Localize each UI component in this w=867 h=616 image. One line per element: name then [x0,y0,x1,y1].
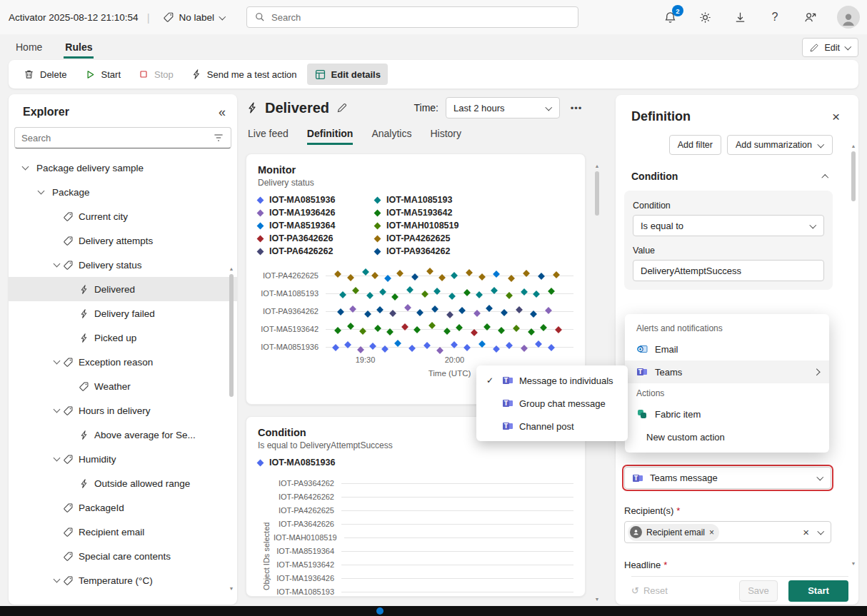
tree-item[interactable]: Delivered [9,277,237,301]
context-menu-item[interactable]: TChannel post [476,415,628,438]
recipients-combobox[interactable]: Recipient email × × [624,521,831,543]
tab-rules[interactable]: Rules [64,37,94,59]
legend-marker-icon [374,248,381,255]
close-icon[interactable]: × [832,110,840,123]
value-input[interactable]: DeliveryAttemptSuccess [633,260,824,281]
notifications-button[interactable]: 2 [662,9,678,25]
action-type-select[interactable]: T Teams message [624,467,831,489]
chevron-down-icon[interactable] [818,529,824,535]
context-menu-item[interactable]: TGroup chat message [476,392,628,415]
context-menu-item[interactable]: ✓TMessage to individuals [476,369,628,392]
edit-details-button[interactable]: Edit details [307,64,388,85]
tree-item[interactable]: PackageId [9,495,237,520]
data-point-icon [376,306,384,313]
filter-icon[interactable] [213,132,224,143]
chevron-down-icon [817,475,823,481]
edit-mode-button[interactable]: Edit [802,38,858,57]
add-filter-label: Add filter [678,140,713,150]
tab-live-feed[interactable]: Live feed [248,128,289,145]
tree-item[interactable]: Package delivery sample [9,156,237,180]
scrollbar-thumb[interactable] [595,171,599,216]
condition-section-header[interactable]: Condition [616,155,858,182]
chevron-down-icon[interactable] [51,453,63,465]
chevron-down-icon[interactable] [36,186,47,198]
account-avatar[interactable] [837,6,860,29]
tree-item[interactable]: Hours in delivery [9,398,237,423]
test-action-button[interactable]: Send me a test action [184,64,304,85]
sensitivity-label-button[interactable]: No label [159,9,231,26]
reset-label: Reset [643,585,668,596]
explorer-scrollbar[interactable]: ▲ ▼ [228,266,235,592]
add-filter-button[interactable]: Add filter [669,135,721,155]
tree-item[interactable]: Outside allowed range [9,471,237,495]
stop-button[interactable]: Stop [131,64,181,85]
tree-item[interactable]: Temperature (°C) [9,568,237,592]
tree-item[interactable]: Package [9,180,237,204]
chevron-down-icon[interactable] [51,356,63,368]
add-summarization-button[interactable]: Add summarization [727,135,833,155]
clear-icon[interactable]: × [803,527,809,537]
tree-item[interactable]: Delivery attempts [9,228,237,253]
tree-item[interactable]: Current city [9,204,237,228]
tree-item[interactable]: Humidity [9,447,237,471]
menu-item-fabric[interactable]: Fabric item [625,403,829,425]
chevron-down-icon[interactable] [51,575,63,586]
explorer-search-input[interactable] [21,133,207,143]
scrollbar-thumb[interactable] [229,274,234,397]
label-text: No label [179,12,215,23]
remove-chip-icon[interactable]: × [709,527,714,537]
tree-item[interactable]: Above average for Se... [9,423,237,447]
tree-item[interactable]: Picked up [9,325,237,350]
start-button[interactable]: Start [77,64,128,85]
scroll-down-icon[interactable]: ▼ [851,560,856,567]
condition-operator-select[interactable]: Is equal to [633,215,824,236]
tab-analytics[interactable]: Analytics [371,128,411,145]
definition-panel-title: Definition [631,109,691,124]
delete-button[interactable]: Delete [16,64,74,85]
global-search-input[interactable] [271,12,571,23]
tree-item[interactable]: Exception reason [9,350,237,374]
reset-button[interactable]: ↺ Reset [631,585,668,596]
chevron-down-icon[interactable] [51,405,63,416]
tree-item[interactable]: Recipient email [9,520,237,544]
menu-item-teams[interactable]: T Teams [625,360,829,383]
explorer-search[interactable] [14,127,231,148]
download-button[interactable] [732,9,748,25]
rename-pencil-icon[interactable] [336,102,348,113]
start-rule-button[interactable]: Start [788,580,848,602]
save-button[interactable]: Save [739,580,778,602]
collapse-pane-icon[interactable]: « [219,106,226,118]
recipient-chip[interactable]: Recipient email × [628,524,719,541]
menu-item-custom-action[interactable]: New custom action [625,425,829,448]
chevron-down-icon [810,223,816,229]
taskbar-app-icon[interactable] [376,607,384,615]
more-options-button[interactable]: ••• [567,99,586,117]
data-point-icon [429,322,436,329]
help-button[interactable]: ? [767,9,783,25]
settings-button[interactable] [697,9,713,25]
plot-area [326,284,573,302]
global-search[interactable] [246,6,578,28]
scrollbar-thumb[interactable] [851,151,856,201]
tree-item[interactable]: Delivery failed [9,301,237,325]
tree-item[interactable]: Special care contents [9,544,237,568]
scroll-up-icon[interactable]: ▲ [229,266,234,273]
menu-item-email[interactable]: O Email [625,338,829,360]
panel-scrollbar[interactable]: ▲ ▼ [850,143,857,567]
scroll-up-icon[interactable]: ▲ [851,143,856,150]
time-range-select[interactable]: Last 2 hours [446,97,560,118]
scroll-down-icon[interactable]: ▼ [229,585,234,592]
chevron-down-icon[interactable] [20,162,31,173]
reset-icon: ↺ [631,585,639,596]
tab-history[interactable]: History [430,128,461,145]
tab-definition[interactable]: Definition [307,128,354,145]
action-type-value: Teams message [650,473,718,483]
data-point-icon [409,345,416,352]
tab-home[interactable]: Home [14,37,44,59]
scroll-down-icon[interactable]: ▼ [595,596,600,603]
share-button[interactable] [802,9,818,25]
chevron-down-icon[interactable] [51,259,63,271]
tree-item[interactable]: Weather [9,374,237,398]
scroll-up-icon[interactable]: ▲ [595,163,600,170]
tree-item[interactable]: Delivery status [9,253,237,277]
